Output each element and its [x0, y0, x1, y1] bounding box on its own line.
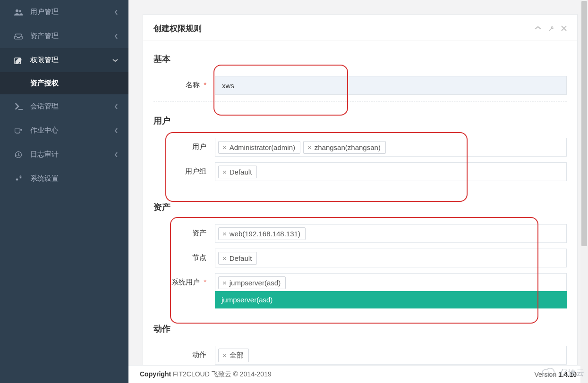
nav-label: 权限管理: [30, 56, 59, 65]
chevron-down-icon: [112, 58, 118, 62]
row-system-user: 系统用户 * ×jumpserver(asd) jumpserver(asd): [153, 273, 567, 292]
nav-label: 系统设置: [30, 174, 59, 183]
label-system-user: 系统用户 *: [153, 273, 215, 287]
nav-label: 用户管理: [30, 8, 59, 17]
section-basic: 基本: [153, 43, 567, 70]
coffee-icon: [13, 127, 24, 134]
action-select[interactable]: ×全部: [215, 346, 567, 365]
main-content: 创建权限规则 基本 名称 * 用户 用户: [128, 0, 588, 383]
tag-system-user: ×jumpserver(asd): [218, 276, 286, 289]
panel-header: 创建权限规则: [143, 15, 577, 41]
chevron-left-icon: [114, 33, 118, 39]
system-user-select[interactable]: ×jumpserver(asd): [215, 273, 567, 292]
node-select[interactable]: ×Default: [215, 249, 567, 267]
row-node: 节点 ×Default: [153, 249, 567, 267]
close-icon[interactable]: [561, 25, 567, 32]
system-user-dropdown-option[interactable]: jumpserver(asd): [215, 291, 567, 308]
tag-remove-icon[interactable]: ×: [222, 254, 227, 262]
sidebar: 用户管理 资产管理 权限管理 资产授权 会话管理 作业中心: [0, 0, 128, 383]
watermark: 亿速云: [541, 367, 584, 378]
nav-label: 日志审计: [30, 150, 59, 159]
tag-remove-icon[interactable]: ×: [222, 230, 227, 238]
nav-system-settings[interactable]: 系统设置: [0, 167, 128, 191]
users-icon: [13, 9, 24, 16]
cogs-icon: [13, 175, 24, 183]
nav-permission-management[interactable]: 权限管理: [0, 48, 128, 72]
label-asset: 资产: [153, 224, 215, 238]
nav-job-center[interactable]: 作业中心: [0, 118, 128, 142]
nav-session-management[interactable]: 会话管理: [0, 94, 128, 118]
tag-remove-icon[interactable]: ×: [222, 168, 227, 176]
tag-asset: ×web(192.168.148.131): [218, 227, 306, 240]
scrollbar[interactable]: [580, 0, 588, 383]
nav-label: 会话管理: [30, 102, 59, 111]
footer: Copyright FIT2CLOUD 飞致云 © 2014-2019 Vers…: [128, 365, 588, 383]
section-action: 动作: [153, 313, 567, 340]
nav-sub-asset-authorization[interactable]: 资产授权: [0, 72, 128, 94]
label-node: 节点: [153, 249, 215, 262]
tag-remove-icon[interactable]: ×: [222, 351, 227, 359]
svg-point-1: [19, 10, 22, 12]
row-name: 名称 *: [153, 76, 567, 95]
tag-action: ×全部: [218, 349, 249, 362]
wrench-icon[interactable]: [548, 25, 554, 32]
tag-user: ×Administrator(admin): [218, 141, 300, 154]
panel-body: 基本 名称 * 用户 用户 ×Administrator(admin) ×zha…: [143, 41, 577, 383]
tag-user-group: ×Default: [218, 166, 257, 178]
tag-user: ×zhangsan(zhangsan): [303, 141, 386, 154]
section-asset: 资产: [153, 191, 567, 218]
nav-label: 作业中心: [30, 126, 59, 135]
terminal-icon: [13, 103, 24, 110]
label-name: 名称 *: [153, 76, 215, 90]
label-user-group: 用户组: [153, 162, 215, 176]
required-mark: *: [204, 278, 206, 286]
row-asset: 资产 ×web(192.168.148.131): [153, 224, 567, 243]
collapse-icon[interactable]: [535, 25, 541, 32]
svg-point-4: [20, 176, 22, 178]
label-user: 用户: [153, 138, 215, 151]
required-mark: *: [204, 81, 206, 89]
scrollbar-thumb[interactable]: [581, 1, 587, 246]
panel-tools: [535, 25, 567, 32]
tag-node: ×Default: [218, 252, 257, 265]
nav-label: 资产管理: [30, 32, 59, 41]
tag-remove-icon[interactable]: ×: [222, 143, 227, 151]
history-icon: [13, 151, 24, 158]
svg-point-3: [16, 178, 18, 181]
tag-remove-icon[interactable]: ×: [222, 279, 227, 287]
chevron-left-icon: [114, 104, 118, 109]
edit-icon: [13, 57, 24, 64]
tag-remove-icon[interactable]: ×: [307, 143, 312, 151]
section-user: 用户: [153, 105, 567, 132]
label-action: 动作: [153, 346, 215, 359]
chevron-left-icon: [114, 152, 118, 158]
divider: [153, 101, 567, 102]
divider: [153, 188, 567, 188]
inbox-icon: [13, 33, 24, 40]
name-input[interactable]: [215, 76, 567, 95]
chevron-left-icon: [114, 9, 118, 15]
chevron-left-icon: [114, 128, 118, 133]
nav-log-audit[interactable]: 日志审计: [0, 142, 128, 167]
user-select[interactable]: ×Administrator(admin) ×zhangsan(zhangsan…: [215, 138, 567, 157]
footer-copyright: Copyright FIT2CLOUD 飞致云 © 2014-2019: [140, 370, 272, 379]
panel-create-permission-rule: 创建权限规则 基本 名称 * 用户 用户: [143, 14, 578, 383]
nav-asset-management[interactable]: 资产管理: [0, 24, 128, 48]
nav-sub-label: 资产授权: [30, 79, 59, 87]
panel-title: 创建权限规则: [153, 23, 202, 34]
svg-point-0: [16, 9, 18, 12]
row-user: 用户 ×Administrator(admin) ×zhangsan(zhang…: [153, 138, 567, 157]
asset-select[interactable]: ×web(192.168.148.131): [215, 224, 567, 243]
row-user-group: 用户组 ×Default: [153, 162, 567, 181]
nav-user-management[interactable]: 用户管理: [0, 0, 128, 24]
user-group-select[interactable]: ×Default: [215, 162, 567, 181]
